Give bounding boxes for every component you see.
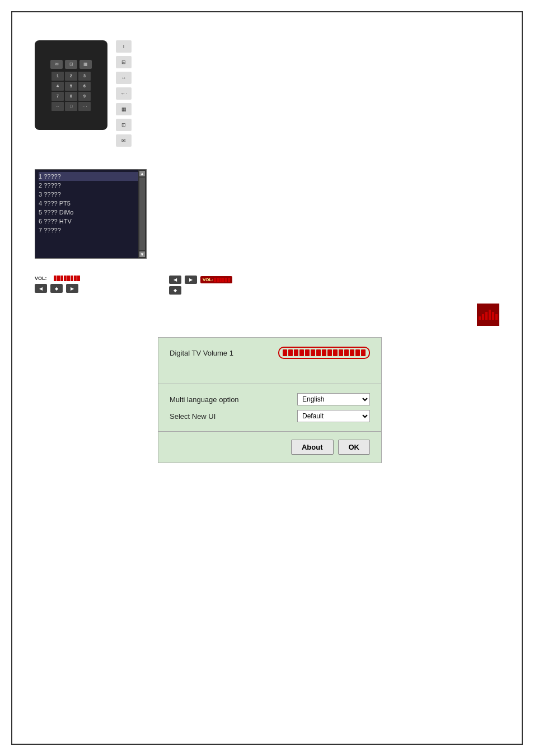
vol-dot-10: [333, 349, 338, 356]
inline-seg-1: [214, 278, 216, 282]
about-button[interactable]: About: [291, 440, 334, 455]
dialog-options-section: Multi language option English French Ger…: [158, 384, 381, 432]
channel-item-5[interactable]: 5 ???? DiMo: [39, 208, 144, 217]
inline-seg-3: [219, 278, 222, 282]
dialog-buttons: About OK: [158, 432, 381, 463]
back-icon[interactable]: ←·: [116, 87, 132, 100]
dialog-lang-row: Multi language option English French Ger…: [170, 393, 370, 405]
vol-dot-2: [288, 349, 293, 356]
dialog-empty-1: [170, 363, 370, 375]
vol-row2: ◀ ▶ VOL:: [169, 276, 232, 284]
key-0[interactable]: □: [65, 102, 77, 111]
channel-name-3: ?????: [44, 191, 61, 198]
vol-dot-5: [305, 349, 310, 356]
power-icon[interactable]: I: [116, 40, 132, 53]
small-bar-2: [482, 314, 484, 320]
inline-seg-6: [228, 278, 230, 282]
vol-seg-1: [54, 276, 57, 281]
channel-item-4[interactable]: 4 ???? PT5: [39, 199, 144, 208]
channel-item-1[interactable]: 1 ?????: [39, 172, 144, 181]
small-bar-6: [495, 314, 498, 320]
channel-num-5: 5: [39, 209, 42, 216]
vol-panel-middle: ◀ ▶ VOL: ◆: [169, 276, 232, 295]
key-8[interactable]: 8: [65, 92, 77, 101]
table-icon[interactable]: ▦: [116, 103, 132, 115]
vol-dot-1: [283, 349, 287, 356]
scroll-up-arrow[interactable]: ▲: [139, 171, 145, 176]
channel-scrollbar[interactable]: ▲ ▼: [138, 170, 146, 258]
vol-btn-left2[interactable]: ◀: [169, 276, 181, 284]
channel-item-6[interactable]: 6 ???? HTV: [39, 217, 144, 226]
vol-row3: ◆: [169, 286, 232, 295]
vol-seg-3: [60, 276, 63, 281]
dialog-ui-row: Select New UI Default Classic Modern: [170, 410, 370, 422]
vol-btn-mute2[interactable]: ◆: [169, 286, 181, 295]
vol-dot-11: [339, 349, 343, 356]
ok-button[interactable]: OK: [338, 440, 371, 455]
vol-mute-button[interactable]: ◆: [50, 284, 63, 293]
vol-up-button[interactable]: ▶: [66, 284, 78, 293]
scroll-thumb[interactable]: [139, 178, 145, 250]
key-7[interactable]: 7: [51, 92, 64, 101]
channel-name-6: ???? HTV: [44, 218, 72, 225]
key-2[interactable]: 2: [65, 72, 77, 81]
vol-dot-8: [322, 349, 326, 356]
vol-seg-4: [64, 276, 67, 281]
icon-strip: I ⊟ ↔ ←· ▦ ⊡ ✉: [116, 40, 132, 147]
vol-dot-14: [355, 349, 360, 356]
key-1[interactable]: 1: [51, 72, 64, 81]
select-ui-select[interactable]: Default Classic Modern: [297, 410, 370, 422]
channel-num-7: 7: [39, 227, 42, 234]
vol-bar-inline: VOL:: [200, 276, 232, 283]
scroll-down-arrow[interactable]: ▼: [139, 251, 145, 257]
small-vol-bars: [479, 310, 498, 320]
key-3[interactable]: 3: [78, 72, 91, 81]
snapshot-icon[interactable]: ⊡: [116, 119, 132, 131]
channel-name-5: ???? DiMo: [44, 209, 73, 216]
vol-dot-4: [299, 349, 304, 356]
remote-numpad: 1 2 3 4 5 6 7 8 9 ↔ □ ←·: [51, 72, 91, 111]
key-9[interactable]: 9: [78, 92, 91, 101]
channel-item-3[interactable]: 3 ?????: [39, 190, 144, 199]
channel-name-7: ?????: [44, 227, 61, 234]
small-bar-1: [479, 316, 481, 320]
channel-name-1: ?????: [44, 173, 61, 180]
vol-dot-15: [361, 349, 366, 356]
channel-num-6: 6: [39, 218, 42, 225]
channel-num-2: 2: [39, 182, 42, 189]
camera-icon: ⊡: [65, 60, 77, 69]
inline-seg-2: [217, 278, 219, 282]
vol-controls-left: ◀ ◆ ▶: [35, 284, 80, 293]
remote-top-icons: ✉ ⊡ ▦: [50, 60, 92, 69]
channel-num-4: 4: [39, 200, 42, 207]
channel-num-3: 3: [39, 191, 42, 198]
vol-dot-6: [311, 349, 315, 356]
settings-dialog: Digital TV Volume 1: [158, 337, 382, 463]
grid-icon: ▦: [79, 60, 92, 69]
vol-seg-6: [71, 276, 73, 281]
expand-icon[interactable]: ↔: [116, 72, 132, 84]
channel-item-7[interactable]: 7 ?????: [39, 226, 144, 235]
channel-name-2: ?????: [44, 182, 61, 189]
key-left-right[interactable]: ↔: [51, 102, 64, 111]
key-6[interactable]: 6: [78, 82, 91, 91]
small-bar-3: [485, 312, 488, 320]
vol-btn-right2[interactable]: ▶: [185, 276, 197, 284]
vol-seg-2: [57, 276, 60, 281]
key-4[interactable]: 4: [51, 82, 64, 91]
volume-indicator: [278, 347, 370, 359]
vol-dot-9: [327, 349, 332, 356]
dialog-volume-row: Digital TV Volume 1: [170, 347, 370, 359]
outer-border: ✉ ⊡ ▦ 1 2 3 4 5 6 7 8 9 ↔ □ ←· I ⊟: [11, 11, 523, 745]
key-back[interactable]: ←·: [78, 102, 91, 111]
channel-item-2[interactable]: 2 ?????: [39, 181, 144, 190]
channel-list-inner: 1 ????? 2 ????? 3 ????? 4 ???? PT5 5 ???…: [35, 170, 146, 258]
channel-list: 1 ????? 2 ????? 3 ????? 4 ???? PT5 5 ???…: [35, 169, 147, 259]
vol-down-button[interactable]: ◀: [35, 284, 47, 293]
minus-icon[interactable]: ⊟: [116, 56, 132, 68]
key-5[interactable]: 5: [65, 82, 77, 91]
vol-bars-left: [54, 276, 80, 281]
vol-dot-7: [316, 349, 321, 356]
mail-icon2[interactable]: ✉: [116, 134, 132, 147]
multi-lang-select[interactable]: English French German Spanish: [297, 393, 370, 405]
